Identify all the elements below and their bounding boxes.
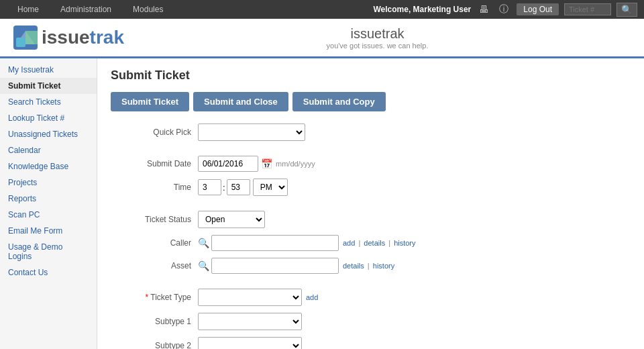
welcome-label: Welcome, [373, 5, 411, 14]
nav-left: Home Administration Modules [7, 0, 174, 19]
sidebar-item-calendar[interactable]: Calendar [0, 142, 97, 158]
sidebar-item-lookupticket[interactable]: Lookup Ticket # [0, 110, 97, 126]
page-title: Submit Ticket [111, 68, 631, 83]
time-label: Time [111, 183, 198, 192]
time-row: Time : AM PM [111, 179, 631, 196]
caller-search-icon[interactable]: 🔍 [198, 238, 209, 248]
quick-pick-label: Quick Pick [111, 128, 198, 137]
subtype1-label: Subtype 1 [111, 317, 198, 326]
time-ampm-select[interactable]: AM PM [253, 179, 288, 196]
top-navigation: Home Administration Modules Welcome, Mar… [0, 0, 644, 19]
asset-row: Asset 🔍 details | history [111, 258, 631, 274]
nav-administration[interactable]: Administration [50, 0, 122, 19]
ticket-type-label: Ticket Type [111, 293, 198, 302]
submit-and-close-button[interactable]: Submit and Close [193, 92, 288, 111]
subtype1-select[interactable] [198, 313, 302, 330]
logout-button[interactable]: Log Out [517, 3, 559, 15]
action-buttons: Submit Ticket Submit and Close Submit an… [111, 92, 631, 111]
subtype2-select[interactable] [198, 337, 302, 349]
asset-label: Asset [111, 261, 198, 270]
quick-pick-select[interactable] [198, 123, 305, 141]
calendar-icon[interactable]: 📅 [261, 158, 272, 169]
submit-and-copy-button[interactable]: Submit and Copy [292, 92, 386, 111]
welcome-text: Welcome, Marketing User [373, 5, 471, 14]
svg-marker-3 [25, 31, 38, 44]
subtype2-row: Subtype 2 [111, 337, 631, 349]
nav-home[interactable]: Home [7, 0, 50, 19]
ticket-status-select[interactable]: Open Closed Pending [198, 211, 265, 228]
caller-add-link[interactable]: add [343, 239, 355, 247]
caller-links: add | details | history [343, 239, 416, 247]
app-header: issuetrak issuetrak you've got issues. w… [0, 19, 644, 58]
logo-text: issuetrak [42, 27, 124, 48]
caller-label: Caller [111, 238, 198, 248]
sidebar-item-reports[interactable]: Reports [0, 191, 97, 207]
subtype2-label: Subtype 2 [111, 341, 198, 349]
print-icon[interactable]: 🖶 [476, 4, 491, 15]
sidebar-item-unassigned[interactable]: Unassigned Tickets [0, 126, 97, 142]
ticket-type-row: Ticket Type add [111, 289, 631, 306]
header-center: issuetrak you've got issues. we can help… [124, 26, 631, 50]
asset-details-link[interactable]: details [343, 262, 364, 270]
time-minute-input[interactable] [227, 179, 250, 195]
caller-details-link[interactable]: details [364, 239, 385, 247]
ticket-number-input[interactable] [564, 3, 611, 15]
ticket-type-add-link[interactable]: add [306, 293, 318, 301]
username: Marketing User [413, 5, 472, 14]
sidebar-item-usagedemo[interactable]: Usage & Demo Logins [0, 239, 97, 264]
time-colon: : [223, 183, 225, 193]
ticket-type-select[interactable] [198, 289, 302, 306]
submit-date-input[interactable] [198, 156, 258, 172]
nav-right: Welcome, Marketing User 🖶 ⓘ Log Out 🔍 [373, 3, 637, 17]
asset-input[interactable] [211, 258, 339, 274]
ticket-search-button[interactable]: 🔍 [616, 3, 637, 17]
sidebar-item-scanpc[interactable]: Scan PC [0, 207, 97, 223]
svg-rect-2 [16, 38, 25, 47]
nav-modules[interactable]: Modules [122, 0, 174, 19]
sidebar-item-projects[interactable]: Projects [0, 174, 97, 191]
ticket-status-label: Ticket Status [111, 215, 198, 224]
sidebar-item-submitticket[interactable]: Submit Ticket [0, 78, 97, 94]
submit-date-label: Submit Date [111, 159, 198, 168]
caller-input[interactable] [211, 235, 339, 251]
sidebar-item-emailmeform[interactable]: Email Me Form [0, 223, 97, 239]
sidebar-item-knowledgebase[interactable]: Knowledge Base [0, 158, 97, 174]
ticket-status-row: Ticket Status Open Closed Pending [111, 211, 631, 228]
quick-pick-row: Quick Pick [111, 123, 631, 141]
logo: issuetrak [13, 26, 124, 50]
sidebar-item-contactus[interactable]: Contact Us [0, 264, 97, 281]
main-layout: My Issuetrak Submit Ticket Search Ticket… [0, 58, 644, 349]
logo-icon [13, 26, 38, 50]
asset-links: details | history [343, 262, 394, 270]
ticket-form: Quick Pick Submit Date 📅 mm/dd/yyyy Time… [111, 123, 631, 349]
caller-history-link[interactable]: history [394, 239, 415, 247]
submit-date-row: Submit Date 📅 mm/dd/yyyy [111, 156, 631, 172]
tagline: you've got issues. we can help. [124, 42, 631, 50]
brand-name: issuetrak [124, 26, 631, 42]
date-format-hint: mm/dd/yyyy [276, 160, 315, 168]
asset-search-icon[interactable]: 🔍 [198, 260, 209, 271]
time-hour-input[interactable] [198, 179, 221, 195]
submit-ticket-button[interactable]: Submit Ticket [111, 92, 189, 111]
asset-history-link[interactable]: history [373, 262, 394, 270]
sidebar-item-searchtickets[interactable]: Search Tickets [0, 94, 97, 110]
main-content: Submit Ticket Submit Ticket Submit and C… [97, 58, 644, 349]
help-icon[interactable]: ⓘ [496, 3, 511, 15]
caller-row: Caller 🔍 add | details | history [111, 235, 631, 251]
subtype1-row: Subtype 1 [111, 313, 631, 330]
sidebar: My Issuetrak Submit Ticket Search Ticket… [0, 58, 97, 349]
sidebar-item-myissuetrak[interactable]: My Issuetrak [0, 62, 97, 78]
